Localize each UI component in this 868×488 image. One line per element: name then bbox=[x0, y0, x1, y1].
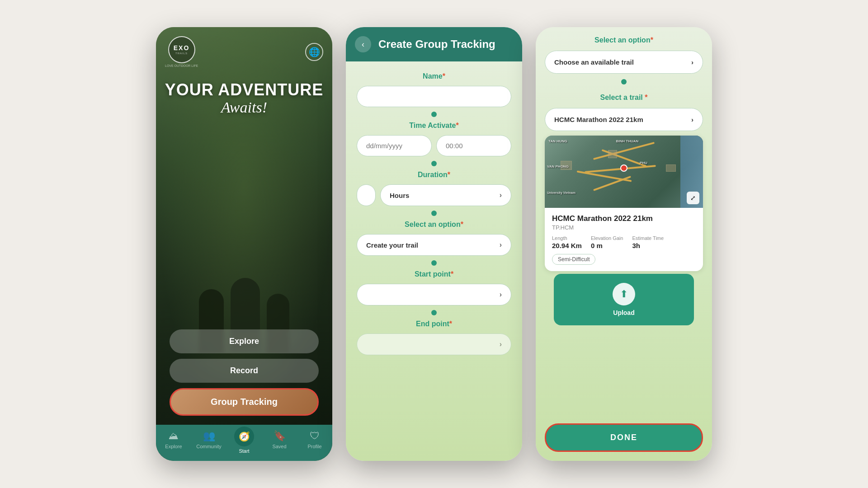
connector-4 bbox=[431, 260, 437, 266]
time-stat: Estimate Time 3h bbox=[632, 235, 664, 249]
map-label-1: TAN HUNG bbox=[548, 139, 567, 143]
hero-background: EXO TRAILS LOVE OUTDOOR LIFE 🌐 YOUR ADVE… bbox=[156, 27, 332, 425]
trail-selected-chevron-icon: › bbox=[691, 116, 693, 123]
trail-stats: Length 20.94 Km Elevation Gain 0 m Estim… bbox=[552, 235, 696, 249]
start-point-select[interactable]: › bbox=[357, 284, 511, 305]
phone-screen-2: ‹ Create Group Tracking Name* Time Activ… bbox=[346, 27, 522, 461]
choose-available-trail-btn[interactable]: Choose an available trail › bbox=[545, 51, 703, 74]
start-point-chevron-icon: › bbox=[500, 291, 502, 299]
done-button[interactable]: DONE bbox=[545, 423, 703, 452]
screen2-title: Create Group Tracking bbox=[378, 38, 495, 51]
trail-selected-label: HCMC Marathon 2022 21km bbox=[554, 116, 643, 123]
trail-selected-btn[interactable]: HCMC Marathon 2022 21km › bbox=[545, 108, 703, 131]
choose-trail-text: Choose an available trail bbox=[554, 58, 634, 66]
map-label-4: PHU bbox=[640, 161, 647, 165]
saved-icon: 🔖 bbox=[274, 430, 286, 442]
connector-2 bbox=[431, 161, 437, 166]
connector-5 bbox=[431, 310, 437, 315]
map-label-5: University Vietnam bbox=[547, 191, 576, 194]
connector-1 bbox=[431, 112, 437, 117]
hero-subtitle: Awaits! bbox=[165, 99, 324, 116]
nav-start[interactable]: 🧭 Start bbox=[226, 430, 262, 457]
length-value: 20.94 Km bbox=[552, 242, 582, 249]
hero-header: EXO TRAILS LOVE OUTDOOR LIFE 🌐 bbox=[156, 27, 332, 67]
action-buttons: Explore Record Group Tracking bbox=[156, 329, 332, 416]
back-button[interactable]: ‹ bbox=[355, 36, 371, 52]
map-expand-button[interactable]: ⤢ bbox=[687, 192, 699, 204]
connector-3 bbox=[431, 211, 437, 216]
time-input[interactable] bbox=[436, 135, 511, 156]
screen3-option-label: Select an option* bbox=[545, 36, 703, 44]
trail-card: ⤢ TAN HUNG BINH THUAN VAN PHONG PHU Univ… bbox=[545, 136, 703, 271]
trail-selection-screen: Select an option* Choose an available tr… bbox=[536, 27, 712, 461]
trail-map: ⤢ TAN HUNG BINH THUAN VAN PHONG PHU Univ… bbox=[545, 136, 703, 208]
nav-profile[interactable]: 🛡 Profile bbox=[297, 430, 332, 457]
bottom-navigation: ⛰ Explore 👥 Community 🧭 Start 🔖 Saved 🛡 … bbox=[156, 425, 332, 461]
duration-label: Duration* bbox=[357, 171, 511, 179]
choose-trail-chevron-icon: › bbox=[691, 58, 693, 66]
end-point-chevron-icon: › bbox=[500, 340, 502, 348]
community-icon: 👥 bbox=[203, 430, 215, 442]
nav-community-label: Community bbox=[196, 444, 222, 449]
back-icon: ‹ bbox=[362, 40, 364, 49]
duration-chevron-icon: › bbox=[500, 191, 502, 199]
duration-input[interactable] bbox=[357, 184, 376, 206]
time-activate-label: Time Activate* bbox=[357, 122, 511, 130]
start-point-label: Start point* bbox=[357, 270, 511, 278]
profile-icon: 🛡 bbox=[310, 430, 320, 442]
create-group-tracking-screen: ‹ Create Group Tracking Name* Time Activ… bbox=[346, 27, 522, 461]
select-option-label: Select an option* bbox=[357, 221, 511, 229]
nav-explore-label: Explore bbox=[165, 444, 182, 449]
length-stat: Length 20.94 Km bbox=[552, 235, 582, 249]
create-trail-label: Create your trail bbox=[366, 241, 418, 249]
trail-info: HCMC Marathon 2022 21km TP.HCM Length 20… bbox=[545, 208, 703, 271]
upload-icon: ⬆ bbox=[613, 283, 635, 305]
explore-button[interactable]: Explore bbox=[170, 329, 319, 353]
duration-row: Hours › bbox=[357, 184, 511, 206]
estimate-time-value: 3h bbox=[632, 242, 664, 249]
hero-text-block: YOUR ADVENTURE Awaits! bbox=[165, 81, 324, 116]
nav-saved-label: Saved bbox=[272, 444, 286, 449]
nav-start-label: Start bbox=[239, 448, 249, 454]
create-trail-button[interactable]: Create your trail › bbox=[357, 234, 511, 256]
screen2-header: ‹ Create Group Tracking bbox=[346, 27, 522, 61]
nav-community[interactable]: 👥 Community bbox=[191, 430, 226, 457]
duration-unit-select[interactable]: Hours › bbox=[380, 184, 511, 206]
elevation-value: 0 m bbox=[591, 242, 623, 249]
logo: EXO TRAILS LOVE OUTDOOR LIFE bbox=[165, 36, 198, 67]
logo-tagline: LOVE OUTDOOR LIFE bbox=[165, 64, 198, 67]
upload-area[interactable]: ⬆ Upload bbox=[554, 274, 694, 325]
screen2-form: Name* Time Activate* Duration* Hours bbox=[346, 61, 522, 461]
record-button[interactable]: Record bbox=[170, 359, 319, 383]
select-trail-label: Select a trail * bbox=[545, 94, 703, 102]
nav-saved[interactable]: 🔖 Saved bbox=[262, 430, 297, 457]
estimate-time-label: Estimate Time bbox=[632, 235, 664, 241]
end-point-select[interactable]: › bbox=[357, 333, 511, 355]
time-activate-row bbox=[357, 135, 511, 156]
hero-title: YOUR ADVENTURE bbox=[165, 81, 324, 99]
elevation-stat: Elevation Gain 0 m bbox=[591, 235, 623, 249]
group-tracking-button[interactable]: Group Tracking bbox=[170, 388, 319, 416]
connector-s3-1 bbox=[621, 79, 627, 84]
create-trail-chevron-icon: › bbox=[500, 241, 502, 249]
phone-screen-1: EXO TRAILS LOVE OUTDOOR LIFE 🌐 YOUR ADVE… bbox=[156, 27, 332, 461]
end-point-label: End point* bbox=[357, 320, 511, 328]
nav-profile-label: Profile bbox=[307, 444, 321, 449]
logo-sub-text: TRAILS bbox=[175, 52, 188, 55]
logo-circle: EXO TRAILS bbox=[168, 36, 195, 63]
logo-main-text: EXO bbox=[174, 45, 190, 51]
upload-label: Upload bbox=[613, 309, 634, 316]
phone-screen-3: Select an option* Choose an available tr… bbox=[536, 27, 712, 461]
start-icon: 🧭 bbox=[239, 431, 250, 442]
nav-explore[interactable]: ⛰ Explore bbox=[156, 430, 191, 457]
duration-unit-label: Hours bbox=[390, 192, 409, 199]
length-label: Length bbox=[552, 235, 582, 241]
date-input[interactable] bbox=[357, 135, 432, 156]
globe-icon[interactable]: 🌐 bbox=[305, 43, 323, 61]
elevation-label: Elevation Gain bbox=[591, 235, 623, 241]
name-input[interactable] bbox=[357, 86, 511, 107]
explore-icon: ⛰ bbox=[169, 430, 179, 442]
adventure-screen: EXO TRAILS LOVE OUTDOOR LIFE 🌐 YOUR ADVE… bbox=[156, 27, 332, 461]
name-label: Name* bbox=[357, 72, 511, 80]
trail-location: TP.HCM bbox=[552, 224, 696, 231]
